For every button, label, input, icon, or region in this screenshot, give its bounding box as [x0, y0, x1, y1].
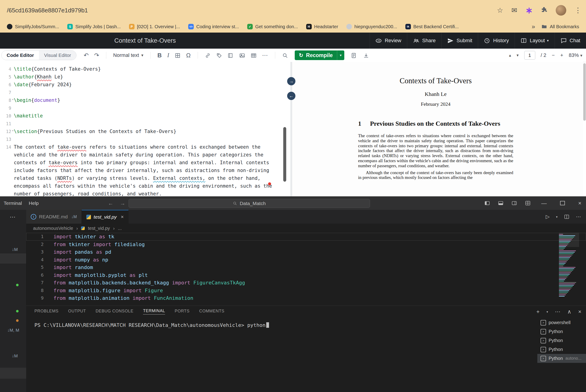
tab-terminal[interactable]: TERMINAL	[143, 308, 165, 314]
download-pdf-icon[interactable]	[363, 52, 369, 58]
terminal-instance[interactable]: >Python	[537, 336, 586, 345]
close-tab-icon[interactable]: ×	[121, 214, 124, 220]
tab-readme[interactable]: i README.md ↓M	[26, 210, 82, 224]
terminal-instance[interactable]: >powershell	[537, 318, 586, 327]
image-icon[interactable]	[239, 52, 245, 58]
profile-avatar[interactable]	[556, 5, 566, 16]
split-editor-icon[interactable]	[564, 214, 569, 220]
terminal-prompt-line[interactable]: PS C:\VILLANOVA\RESEARCH\MATCH RESEARCH\…	[35, 322, 269, 328]
zoom-level-dropdown[interactable]: 83% ▾	[569, 52, 582, 58]
panel-overflow-icon[interactable]: ⋯	[555, 308, 560, 315]
pdf-scrollbar-thumb[interactable]	[583, 63, 586, 121]
zoom-out-icon[interactable]: −	[552, 52, 555, 58]
table-icon[interactable]	[251, 52, 257, 58]
code-line[interactable]: 9	[0, 104, 281, 112]
submit-button[interactable]: Submit	[441, 32, 478, 49]
zoom-in-icon[interactable]: +	[560, 52, 563, 58]
bookmark-item[interactable]: SSimplify Jobs | Dash...	[67, 24, 121, 29]
review-button[interactable]: AB Review	[370, 32, 407, 49]
search-icon[interactable]	[282, 52, 288, 58]
panel-close-icon[interactable]: ×	[578, 308, 581, 315]
code-line[interactable]: 3import pandas as pd	[26, 248, 586, 256]
tab-problems[interactable]: PROBLEMS	[35, 309, 59, 314]
python-editor[interactable]: 1import tkinter as tk2from tkinter impor…	[26, 233, 586, 306]
toggle-sidebar-icon[interactable]	[484, 200, 490, 206]
recompile-dropdown[interactable]: ▾	[337, 50, 345, 60]
compile-log-icon[interactable]	[351, 52, 357, 58]
code-line[interactable]: 7	[0, 88, 281, 96]
tab-output[interactable]: OUTPUT	[68, 309, 86, 314]
history-button[interactable]: History	[478, 32, 514, 49]
terminal-instance[interactable]: >Python	[537, 345, 586, 354]
sync-to-code-button[interactable]: ←	[287, 92, 295, 100]
command-search-box[interactable]: Data_Match	[129, 199, 370, 208]
terminal-instance[interactable]: >Python	[537, 327, 586, 336]
symbol-omega-icon[interactable]: Ω	[186, 52, 191, 58]
run-button[interactable]: ▷	[546, 214, 550, 220]
visual-editor-toggle[interactable]: Visual Editor	[39, 51, 76, 60]
tab-test-vid[interactable]: test_vid.py ×	[82, 210, 129, 224]
code-line[interactable]: 11	[0, 120, 281, 128]
code-editor-toggle[interactable]: Code Editor	[2, 51, 39, 60]
code-line[interactable]: 5\author{Khanh Le}	[0, 73, 281, 81]
cite-book-icon[interactable]	[228, 52, 234, 58]
panel-maximize-icon[interactable]: ∧	[567, 308, 571, 315]
chat-button[interactable]: Chat	[554, 32, 586, 49]
customize-layout-icon[interactable]	[525, 200, 531, 206]
share-button[interactable]: Share	[407, 32, 441, 49]
terminal-instance[interactable]: >Pythonautono...	[537, 354, 586, 363]
new-terminal-icon[interactable]: +	[536, 308, 540, 315]
code-line[interactable]: 5import random	[26, 264, 586, 271]
fold-caret-icon[interactable]: ▾	[12, 98, 14, 101]
maximize-icon[interactable]	[560, 201, 565, 205]
latex-source-editor[interactable]: 4\title{Contexts of Take-Overs}5\author{…	[0, 62, 290, 196]
page-number-input[interactable]: 1	[524, 51, 535, 60]
pdf-preview-pane[interactable]: Contexts of Take-Overs Khanh Le February…	[292, 62, 583, 196]
breadcrumb-folder[interactable]: autonomousVehicle	[33, 226, 73, 231]
bookmark-item[interactable]: fABest Backend Certifi...	[405, 24, 459, 29]
menu-help[interactable]: Help	[29, 200, 39, 206]
mail-icon[interactable]: ✉	[511, 7, 517, 14]
editor-scrollbar-thumb[interactable]	[283, 127, 286, 182]
back-icon[interactable]: ←	[108, 200, 113, 206]
minimize-icon[interactable]: —	[541, 200, 547, 206]
bookmark-item[interactable]: ✓Get something don...	[247, 24, 298, 29]
label-tag-icon[interactable]	[216, 52, 222, 58]
sync-to-pdf-button[interactable]: →	[287, 77, 295, 85]
text-style-dropdown[interactable]: Normal text ▾	[113, 52, 144, 58]
strip-overflow-icon[interactable]: ⋯	[10, 214, 16, 221]
forward-icon[interactable]: →	[120, 200, 125, 206]
all-bookmarks-button[interactable]: All Bookmarks	[541, 24, 579, 29]
code-line[interactable]: 12\section{Previous Studies on the Conte…	[0, 128, 281, 135]
link-icon[interactable]	[205, 52, 211, 58]
run-dropdown-icon[interactable]: ▾	[556, 215, 557, 218]
bookmark-item[interactable]: </>Coding interview st...	[188, 24, 239, 29]
browser-menu-icon[interactable]: ⋮	[574, 7, 581, 14]
bookmark-star-icon[interactable]: ☆	[497, 7, 503, 14]
code-line[interactable]: 6\date{February 2024}	[0, 81, 281, 88]
explorer-strip[interactable]: ⋯ ↓M ↓M, M ↓M	[0, 210, 27, 392]
minimap[interactable]	[559, 233, 579, 297]
code-line[interactable]: 1import tkinter as tk	[26, 233, 586, 240]
code-line[interactable]: 8\begin{document}▾	[0, 96, 281, 104]
code-line[interactable]: 7from matplotlib.backends.backend_tkagg …	[26, 279, 586, 287]
bookmark-item[interactable]: SimplifyJobs/Summ...	[7, 24, 59, 29]
extension-purple-icon[interactable]: ∗	[525, 5, 533, 15]
code-line[interactable]: 14The context of take-overs refers to si…	[0, 143, 281, 196]
page-down-icon[interactable]: ▾	[517, 53, 519, 58]
latex-code[interactable]: 4\title{Contexts of Take-Overs}5\author{…	[0, 65, 281, 196]
redo-icon[interactable]: ↷	[94, 52, 99, 58]
bookmark-item[interactable]: P[02O] 1. Overview |...	[129, 24, 180, 29]
editor-overflow-icon[interactable]: ⋯	[576, 214, 581, 220]
undo-icon[interactable]: ↶	[84, 52, 89, 58]
bookmark-item[interactable]: hiepnguyenduc200...	[346, 24, 397, 29]
close-window-icon[interactable]: ×	[578, 200, 581, 206]
tab-debug-console[interactable]: DEBUG CONSOLE	[96, 309, 133, 314]
terminal-dropdown-icon[interactable]: ▾	[546, 310, 548, 314]
bold-icon[interactable]: B	[158, 52, 162, 58]
fold-caret-icon[interactable]: ▾	[12, 129, 14, 132]
math-grid-icon[interactable]	[175, 52, 181, 58]
italic-icon[interactable]: I	[167, 52, 169, 58]
code-line[interactable]: 4import numpy as np	[26, 256, 586, 264]
code-line[interactable]: 8from matplotlib.figure import Figure	[26, 287, 586, 294]
